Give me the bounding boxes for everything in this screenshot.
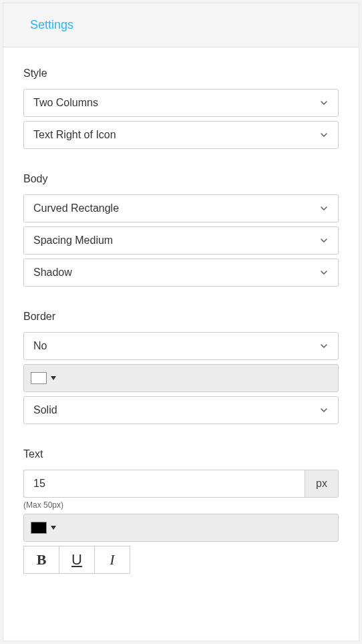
border-enabled-select[interactable]: No <box>23 332 339 360</box>
italic-icon: I <box>110 551 114 569</box>
border-color-row <box>23 364 339 392</box>
text-format-row: B U I <box>23 546 339 574</box>
border-enabled-value: No <box>33 340 319 352</box>
body-spacing-value: Spacing Medium <box>33 234 319 247</box>
chevron-down-icon <box>319 236 329 245</box>
chevron-down-icon <box>319 130 329 140</box>
text-color-swatch <box>31 522 47 534</box>
border-color-picker[interactable] <box>31 372 56 384</box>
style-columns-value: Two Columns <box>33 97 319 109</box>
bold-button[interactable]: B <box>23 546 59 574</box>
text-label: Text <box>23 448 339 460</box>
text-size-input[interactable] <box>23 470 305 498</box>
chevron-down-icon <box>319 268 329 277</box>
border-section: Border No Solid <box>23 311 339 424</box>
chevron-down-icon <box>319 406 329 415</box>
style-label: Style <box>23 67 339 79</box>
style-position-select[interactable]: Text Right of Icon <box>23 121 339 149</box>
text-size-unit: px <box>305 470 339 498</box>
caret-down-icon <box>51 526 56 530</box>
bold-icon: B <box>37 551 47 569</box>
chevron-down-icon <box>319 98 329 108</box>
italic-button[interactable]: I <box>94 546 130 574</box>
caret-down-icon <box>51 376 56 380</box>
border-style-select[interactable]: Solid <box>23 396 339 424</box>
border-style-value: Solid <box>33 404 319 416</box>
border-label: Border <box>23 311 339 323</box>
settings-header: Settings <box>3 3 359 47</box>
chevron-down-icon <box>319 204 329 213</box>
style-columns-select[interactable]: Two Columns <box>23 89 339 117</box>
body-shadow-value: Shadow <box>33 267 319 279</box>
underline-button[interactable]: U <box>59 546 95 574</box>
style-section: Style Two Columns Text Right of Icon <box>23 67 339 149</box>
settings-title: Settings <box>30 18 332 32</box>
text-size-hint: (Max 50px) <box>23 500 339 510</box>
body-spacing-select[interactable]: Spacing Medium <box>23 226 339 255</box>
settings-panel: Settings Style Two Columns Text Right of… <box>3 3 359 641</box>
body-shape-value: Curved Rectangle <box>33 202 319 214</box>
style-position-value: Text Right of Icon <box>33 129 319 141</box>
body-label: Body <box>23 173 339 185</box>
text-section: Text px (Max 50px) B U I <box>23 448 339 574</box>
underline-icon: U <box>71 551 82 569</box>
chevron-down-icon <box>319 341 329 351</box>
text-size-row: px <box>23 470 339 498</box>
body-shadow-select[interactable]: Shadow <box>23 259 339 287</box>
body-shape-select[interactable]: Curved Rectangle <box>23 194 339 222</box>
border-color-swatch <box>31 372 47 384</box>
text-color-picker[interactable] <box>31 522 56 534</box>
text-color-row <box>23 514 339 542</box>
settings-content: Style Two Columns Text Right of Icon Bod… <box>3 47 359 585</box>
body-section: Body Curved Rectangle Spacing Medium Sha… <box>23 173 339 287</box>
